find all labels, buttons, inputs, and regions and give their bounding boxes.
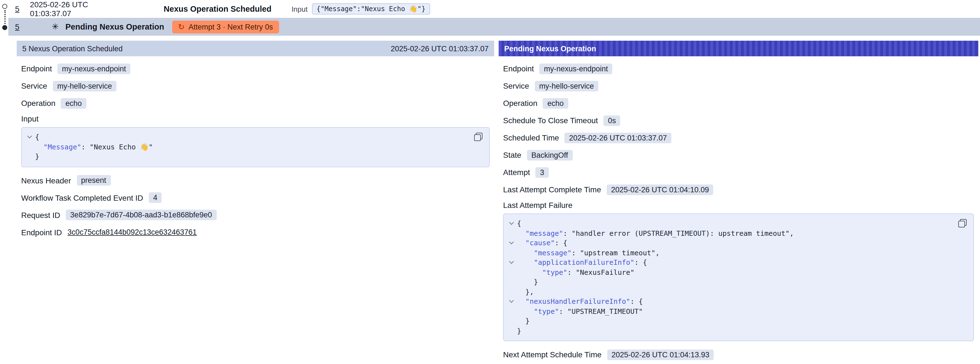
field-label: Service	[503, 81, 529, 90]
code-line-text: "applicationFailureInfo": {	[517, 257, 647, 267]
field-value-chip: 2025-02-26 UTC 01:04:10.09	[607, 184, 713, 195]
event-row-pending[interactable]: 5 ✳ Pending Nexus Operation ↻ Attempt 3 …	[8, 18, 980, 36]
event-timestamp: 2025-02-26 UTC 01:03:37.07	[30, 0, 130, 18]
field-label: Attempt	[503, 168, 530, 177]
code-line-text: "type": "UPSTREAM_TIMEOUT"	[517, 306, 643, 316]
field-label: Endpoint ID	[21, 228, 62, 236]
input-section-label: Input	[21, 114, 490, 123]
input-preview-chip: {"Message":"Nexus Echo 👋"}	[312, 3, 430, 14]
code-gutter	[506, 306, 517, 316]
pending-panel-title: Pending Nexus Operation	[504, 44, 596, 53]
scheduled-event-panel: 5 Nexus Operation Scheduled 2025-02-26 U…	[17, 41, 494, 364]
event-history-view: 5 2025-02-26 UTC 01:03:37.07 Nexus Opera…	[0, 0, 980, 364]
code-line-text: }	[517, 326, 521, 335]
code-line-text: {	[35, 132, 39, 142]
code-line-text: }	[35, 152, 39, 161]
copy-icon[interactable]	[474, 133, 482, 141]
scheduled-panel-header: 5 Nexus Operation Scheduled 2025-02-26 U…	[17, 41, 494, 56]
retry-icon: ↻	[178, 23, 185, 31]
code-gutter	[506, 277, 517, 287]
field-value-chip: echo	[543, 98, 568, 109]
field-endpoint: Endpoint my-nexus-endpoint	[21, 62, 490, 75]
pending-panel-body: Endpoint my-nexus-endpoint Service my-he…	[499, 56, 978, 361]
collapse-chevron-icon[interactable]	[506, 238, 517, 248]
failure-code-lines: {"message": "handler error (UPSTREAM_TIM…	[506, 219, 958, 335]
scheduled-panel-body: Endpoint my-nexus-endpoint Service my-he…	[17, 56, 494, 238]
field-label: Schedule To Close Timeout	[503, 116, 598, 125]
field-endpoint: Endpoint my-nexus-endpoint	[503, 62, 974, 75]
field-request-id: Request ID 3e829b7e-7d67-4b08-aad3-b1e86…	[21, 209, 490, 221]
field-value-chip: 0s	[603, 115, 620, 126]
field-operation: Operation echo	[21, 97, 490, 109]
field-label: Next Attempt Schedule Time	[503, 350, 601, 359]
field-value-chip: echo	[61, 98, 86, 109]
code-gutter	[24, 142, 35, 152]
field-label: Operation	[503, 99, 537, 108]
field-operation: Operation echo	[503, 97, 974, 109]
field-label: State	[503, 150, 521, 160]
field-value-chip: 3e829b7e-7d67-4b08-aad3-b1e868bfe9e0	[66, 209, 216, 220]
input-code-block: {"Message": "Nexus Echo 👋"}	[21, 127, 490, 167]
collapse-chevron-icon[interactable]	[24, 132, 35, 142]
code-line-text: "Message": "Nexus Echo 👋"	[35, 142, 153, 152]
event-marker-circle-icon	[2, 4, 7, 9]
code-line-text: }	[517, 277, 538, 287]
scheduled-panel-title: 5 Nexus Operation Scheduled	[22, 44, 123, 53]
collapse-chevron-icon[interactable]	[506, 219, 517, 228]
failure-code-block: {"message": "handler error (UPSTREAM_TIM…	[503, 214, 974, 341]
field-attempt: Attempt 3	[503, 166, 974, 178]
field-value-chip: my-hello-service	[535, 81, 598, 91]
event-id-link[interactable]: 5	[15, 22, 19, 31]
field-schedule-to-close-timeout: Schedule To Close Timeout 0s	[503, 114, 974, 126]
collapse-chevron-icon[interactable]	[506, 297, 517, 306]
event-title: Pending Nexus Operation	[65, 22, 164, 31]
code-gutter	[506, 316, 517, 326]
field-value-chip: BackingOff	[527, 150, 573, 160]
collapse-chevron-icon[interactable]	[506, 257, 517, 267]
field-last-attempt-complete-time: Last Attempt Complete Time 2025-02-26 UT…	[503, 184, 974, 196]
copy-icon[interactable]	[958, 219, 967, 227]
pending-operation-panel: Pending Nexus Operation Endpoint my-nexu…	[499, 41, 978, 364]
field-label: Request ID	[21, 211, 60, 219]
field-nexus-header: Nexus Header present	[21, 174, 490, 187]
field-service: Service my-hello-service	[21, 80, 490, 92]
endpoint-id-link[interactable]: 3c0c75ccfa8144b092c13ce632463761	[67, 228, 197, 236]
field-next-attempt-schedule-time: Next Attempt Schedule Time 2025-02-26 UT…	[503, 348, 974, 361]
field-value-chip: my-nexus-endpoint	[58, 63, 130, 74]
event-title: Nexus Operation Scheduled	[164, 5, 272, 13]
event-row-scheduled[interactable]: 5 2025-02-26 UTC 01:03:37.07 Nexus Opera…	[0, 0, 980, 18]
field-value-chip: my-nexus-endpoint	[539, 63, 612, 74]
code-line-text: "nexusHandlerFailureInfo": {	[517, 297, 643, 306]
code-line-text: "message": "upstream timeout",	[517, 248, 660, 257]
field-value-chip: my-hello-service	[52, 81, 116, 91]
code-line-text: "cause": {	[517, 238, 568, 248]
retry-attempt-badge: ↻ Attempt 3 · Next Retry 0s	[172, 20, 279, 33]
code-line-text: "message": "handler error (UPSTREAM_TIME…	[517, 228, 794, 238]
code-gutter	[506, 248, 517, 257]
field-label: Service	[21, 81, 47, 90]
field-scheduled-time: Scheduled Time 2025-02-26 UTC 01:03:37.0…	[503, 132, 974, 144]
field-label: Scheduled Time	[503, 133, 559, 142]
code-gutter	[506, 287, 517, 297]
event-id-link[interactable]: 5	[15, 5, 19, 13]
field-value-chip: present	[76, 175, 111, 186]
field-endpoint-id: Endpoint ID 3c0c75ccfa8144b092c13ce63246…	[21, 226, 490, 238]
code-gutter	[506, 267, 517, 277]
pending-panel-header: Pending Nexus Operation	[499, 41, 978, 56]
input-label: Input	[291, 5, 307, 13]
field-workflow-task-completed-event-id: Workflow Task Completed Event ID 4	[21, 192, 490, 204]
field-value-chip: 2025-02-26 UTC 01:03:37.07	[565, 133, 671, 143]
code-gutter	[506, 228, 517, 238]
code-line-text: "type": "NexusFailure"	[517, 267, 634, 277]
code-line-text: }	[517, 316, 530, 326]
field-label: Workflow Task Completed Event ID	[21, 193, 143, 202]
detail-panels: 5 Nexus Operation Scheduled 2025-02-26 U…	[0, 36, 980, 364]
field-label: Endpoint	[503, 64, 534, 73]
field-label: Endpoint	[21, 64, 52, 73]
input-code-lines: {"Message": "Nexus Echo 👋"}	[24, 132, 474, 161]
field-label: Last Attempt Complete Time	[503, 185, 601, 194]
pending-asterisk-icon: ✳	[52, 22, 59, 31]
field-state: State BackingOff	[503, 149, 974, 161]
last-attempt-failure-label: Last Attempt Failure	[503, 201, 974, 209]
code-gutter	[506, 326, 517, 335]
